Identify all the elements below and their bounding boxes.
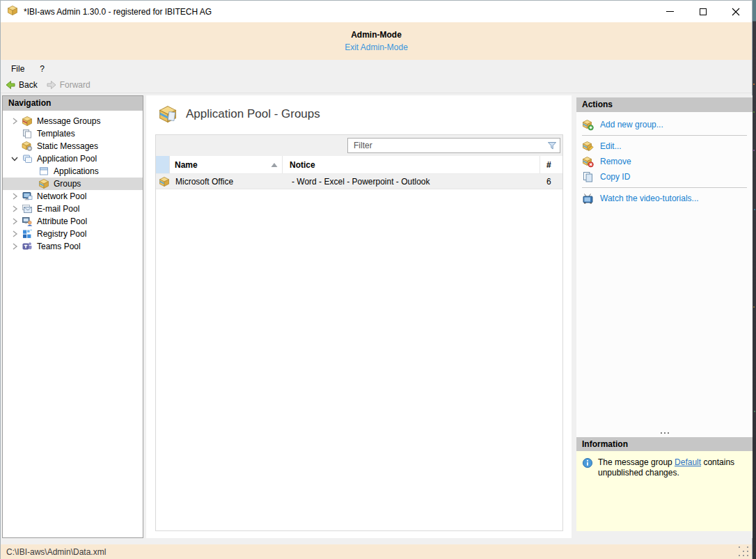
exit-admin-mode-link[interactable]: Exit Admin-Mode (345, 42, 408, 52)
video-tutorials-icon (582, 193, 594, 205)
page-header: Application Pool - Groups (157, 104, 320, 124)
right-panel: Actions Add new group... (576, 95, 753, 538)
email-pool-icon (22, 203, 33, 214)
info-icon (582, 457, 593, 469)
video-tutorials-action[interactable]: Watch the video-tutorials... (582, 191, 753, 206)
edit-action[interactable]: Edit... (582, 139, 753, 154)
menu-help[interactable]: ? (35, 63, 49, 75)
menu-bar: File ? (1, 60, 752, 77)
screen: *IBI-aws Admin 1.30.0 - registered for I… (0, 0, 756, 559)
table-header: Name Notice # (156, 156, 562, 174)
chevron-right-icon[interactable] (10, 229, 19, 239)
column-name-label: Name (175, 160, 198, 170)
forward-button[interactable]: Forward (42, 77, 95, 93)
minimize-button[interactable] (654, 1, 686, 22)
admin-mode-banner: Admin-Mode Exit Admin-Mode (1, 22, 752, 60)
nav-item-network-pool[interactable]: Network Pool (3, 190, 143, 203)
actions-list: Add new group... Edit... (576, 112, 753, 428)
window-title: *IBI-aws Admin 1.30.0 - registered for I… (24, 7, 212, 17)
nav-label: Application Pool (37, 154, 97, 164)
toolbar: Back Forward (1, 77, 752, 93)
default-group-link[interactable]: Default (675, 457, 701, 467)
title-bar: *IBI-aws Admin 1.30.0 - registered for I… (1, 1, 752, 22)
row-notice: - Word - Excel - Powerpoint - Outlook (285, 177, 540, 187)
information-message: The message group Default contains unpub… (598, 457, 747, 531)
column-header-notice[interactable]: Notice (283, 156, 540, 173)
maximize-icon (700, 8, 707, 15)
chevron-placeholder (26, 179, 36, 189)
nav-item-attribute-pool[interactable]: Attribute Pool (3, 215, 143, 228)
copy-id-action[interactable]: Copy ID (582, 169, 753, 184)
chevron-right-icon[interactable] (10, 116, 19, 126)
data-file-path: C:\IBI-aws\Admin\Data.xml (6, 547, 106, 557)
groups-list-box: Name Notice # (155, 134, 563, 531)
back-label: Back (19, 80, 38, 90)
chevron-right-icon[interactable] (10, 242, 19, 251)
chevron-placeholder (26, 166, 36, 176)
copy-id-icon (582, 171, 594, 183)
desktop-edge-sliver (753, 0, 756, 559)
nav-item-email-pool[interactable]: E-mail Pool (3, 203, 143, 215)
close-icon (732, 8, 740, 16)
nav-item-registry-pool[interactable]: Registry Pool (3, 228, 143, 240)
menu-file[interactable]: File (6, 63, 29, 75)
chevron-down-icon[interactable] (10, 154, 19, 164)
panel-splitter[interactable] (576, 428, 753, 437)
nav-label: Teams Pool (37, 242, 81, 251)
filter-input[interactable] (348, 139, 546, 152)
attribute-pool-icon (22, 216, 33, 227)
row-name: Microsoft Office (175, 177, 285, 187)
filter-field (347, 138, 560, 153)
nav-item-teams-pool[interactable]: Teams Pool (3, 240, 143, 253)
nav-item-applications[interactable]: Applications (3, 165, 143, 178)
nav-item-groups[interactable]: Groups (3, 178, 143, 190)
network-pool-icon (22, 191, 33, 202)
column-header-name[interactable]: Name (170, 156, 283, 173)
forward-arrow-icon (46, 79, 57, 90)
chevron-right-icon[interactable] (10, 204, 19, 214)
action-label: Copy ID (600, 172, 630, 182)
groups-page-icon (157, 104, 179, 124)
nav-label: Registry Pool (37, 229, 86, 239)
nav-label: Groups (54, 179, 81, 189)
selection-column-header[interactable] (156, 156, 170, 173)
nav-label: Message Groups (37, 116, 100, 126)
actions-header: Actions (576, 97, 753, 112)
nav-label: Applications (54, 166, 99, 176)
nav-item-static-messages[interactable]: Static Messages (3, 140, 143, 152)
close-button[interactable] (719, 1, 752, 22)
back-button[interactable]: Back (1, 77, 42, 93)
filter-bar (156, 135, 562, 156)
action-label: Remove (600, 157, 631, 166)
resize-grip[interactable] (739, 546, 748, 556)
filter-funnel-icon[interactable] (546, 140, 558, 151)
registry-pool-icon (22, 228, 33, 239)
add-new-group-action[interactable]: Add new group... (582, 117, 753, 132)
app-icon (7, 5, 18, 18)
templates-icon (22, 128, 33, 139)
chevron-right-icon[interactable] (10, 191, 19, 201)
chevron-placeholder (10, 141, 19, 151)
actions-separator (582, 187, 747, 188)
info-text-before: The message group (598, 457, 675, 467)
navigation-panel: Navigation Message Groups (2, 95, 143, 538)
application-pool-icon (22, 153, 33, 164)
column-header-count[interactable]: # (540, 156, 562, 173)
nav-item-templates[interactable]: Templates (3, 127, 143, 140)
nav-item-message-groups[interactable]: Message Groups (3, 115, 143, 127)
information-panel: The message group Default contains unpub… (576, 451, 753, 531)
information-header: Information (576, 437, 753, 452)
maximize-button[interactable] (686, 1, 719, 22)
nav-item-application-pool[interactable]: Application Pool (3, 152, 143, 165)
navigation-header: Navigation (3, 96, 143, 111)
navigation-tree: Message Groups Templates (3, 111, 143, 253)
minimize-icon (666, 11, 674, 12)
sort-ascending-icon (271, 162, 278, 168)
applications-icon (38, 166, 49, 177)
remove-action[interactable]: Remove (582, 154, 753, 169)
chevron-right-icon[interactable] (10, 216, 19, 226)
action-label: Watch the video-tutorials... (600, 194, 699, 203)
table-row[interactable]: Microsoft Office - Word - Excel - Powerp… (156, 174, 562, 189)
page-title: Application Pool - Groups (186, 107, 320, 121)
static-messages-icon (22, 141, 33, 152)
